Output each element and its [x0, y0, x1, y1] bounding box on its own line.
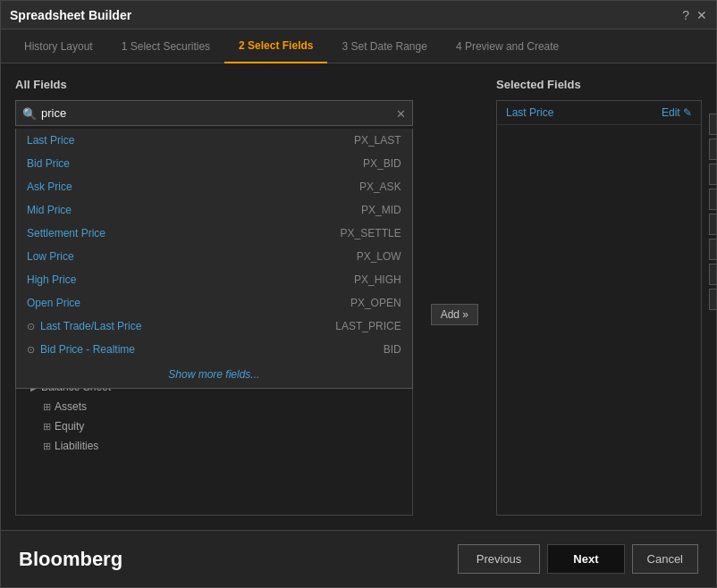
dropdown-item-high-price[interactable]: High Price PX_HIGH	[16, 268, 412, 291]
tab-history-layout[interactable]: History Layout	[10, 29, 107, 63]
search-icon: 🔍	[22, 106, 37, 120]
nav-tabs: History Layout 1 Select Securities 2 Sel…	[1, 29, 716, 63]
clear-icon[interactable]: ✕	[396, 106, 406, 120]
dropdown-item-low-price[interactable]: Low Price PX_LOW	[16, 245, 412, 268]
dropdown-item-bid-realtime[interactable]: ⊙Bid Price - Realtime BID	[16, 338, 412, 361]
star-button[interactable]: ★	[709, 113, 716, 135]
align-button[interactable]: ≡	[709, 164, 716, 185]
tab-select-fields[interactable]: 2 Select Fields	[224, 29, 327, 63]
selected-field-name[interactable]: Last Price	[506, 106, 553, 119]
dropdown-item-ask-price[interactable]: Ask Price PX_ASK	[16, 175, 412, 198]
tree-label-liabilities: Liabilities	[55, 440, 98, 452]
title-bar: Spreadsheet Builder ? ✕	[1, 1, 716, 29]
search-container: 🔍 ✕ Last Price PX_LAST Bid Price PX_BID	[15, 100, 413, 126]
dropdown-item-last-trade[interactable]: ⊙Last Trade/Last Price LAST_PRICE	[16, 315, 412, 338]
main-window: Spreadsheet Builder ? ✕ History Layout 1…	[0, 0, 717, 588]
add-button[interactable]: Add »	[431, 304, 478, 325]
selected-fields-box: Last Price Edit ✎	[496, 100, 702, 516]
previous-button[interactable]: Previous	[458, 544, 541, 574]
dropdown-item-open-price[interactable]: Open Price PX_OPEN	[16, 291, 412, 315]
brand-logo: Bloomberg	[19, 548, 122, 571]
copy-button[interactable]: ⧉	[709, 264, 716, 285]
content-area: All Fields 🔍 ✕ Last Price PX_LAST Bid Pr…	[1, 63, 716, 530]
dropdown-item-last-price[interactable]: Last Price PX_LAST	[16, 129, 412, 152]
format-button[interactable]: ≡	[709, 139, 716, 160]
edit-button[interactable]: Edit ✎	[662, 106, 692, 119]
expand-icon-equity: ⊞	[43, 421, 51, 433]
tree-label-assets: Assets	[55, 400, 87, 413]
footer-buttons: Previous Next Cancel	[458, 544, 698, 574]
move-down-button[interactable]: ▼	[709, 214, 716, 235]
right-panel: Selected Fields Last Price Edit ✎ ★ ≡ ≡ …	[496, 78, 702, 516]
show-more-link[interactable]: Show more fields...	[16, 361, 412, 388]
footer: Bloomberg Previous Next Cancel	[1, 530, 716, 587]
dropdown-item-bid-price[interactable]: Bid Price PX_BID	[16, 152, 412, 175]
tab-preview-and-create[interactable]: 4 Preview and Create	[442, 29, 573, 63]
close-icon[interactable]: ✕	[696, 8, 707, 22]
search-input[interactable]	[15, 100, 413, 126]
middle-controls: Add »	[427, 113, 482, 516]
tab-select-securities[interactable]: 1 Select Securities	[107, 29, 224, 63]
tree-item-equity[interactable]: ⊞ Equity	[16, 416, 412, 436]
dropdown-item-mid-price[interactable]: Mid Price PX_MID	[16, 198, 412, 222]
move-up-button[interactable]: ▲	[709, 189, 716, 210]
help-icon[interactable]: ?	[682, 8, 689, 22]
tab-set-date-range[interactable]: 3 Set Date Range	[327, 29, 441, 63]
tree-label-equity: Equity	[55, 420, 84, 433]
window-title: Spreadsheet Builder	[10, 8, 131, 22]
next-button[interactable]: Next	[547, 544, 624, 574]
selected-fields-title: Selected Fields	[496, 78, 702, 91]
cancel-button[interactable]: Cancel	[632, 544, 698, 574]
dropdown-item-settlement-price[interactable]: Settlement Price PX_SETTLE	[16, 222, 412, 245]
selected-field-row: Last Price Edit ✎	[497, 101, 701, 125]
delete-button[interactable]: 🗑	[709, 289, 716, 310]
expand-icon-assets: ⊞	[43, 401, 51, 413]
left-panel: All Fields 🔍 ✕ Last Price PX_LAST Bid Pr…	[15, 78, 413, 516]
right-action-buttons: ★ ≡ ≡ ▲ ▼ ↕ ⧉ 🗑	[709, 113, 716, 310]
search-dropdown: Last Price PX_LAST Bid Price PX_BID Ask …	[15, 129, 413, 389]
title-bar-controls: ? ✕	[682, 8, 707, 22]
sort-button[interactable]: ↕	[709, 239, 716, 260]
tree-item-liabilities[interactable]: ⊞ Liabilities	[16, 436, 412, 456]
tree-item-assets[interactable]: ⊞ Assets	[16, 397, 412, 416]
fields-tree[interactable]: ▶ Balance Sheet ⊞ Assets ⊞ Equity ⊞ Liab…	[15, 376, 413, 516]
all-fields-title: All Fields	[15, 78, 413, 91]
expand-icon-liabilities: ⊞	[43, 441, 51, 452]
panels: All Fields 🔍 ✕ Last Price PX_LAST Bid Pr…	[1, 63, 716, 530]
